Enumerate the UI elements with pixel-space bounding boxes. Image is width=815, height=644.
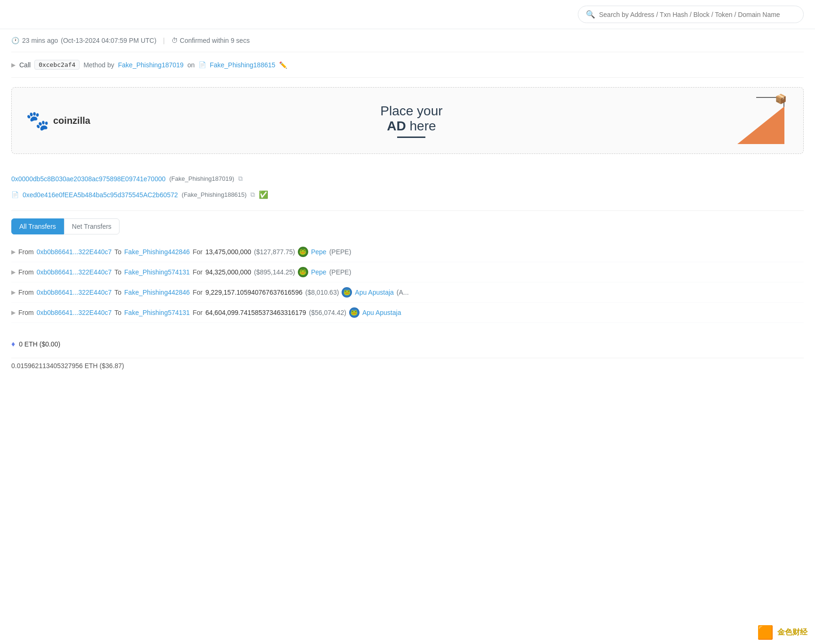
from-phishing-link[interactable]: Fake_Phishing187019 [118, 61, 184, 69]
coinzilla-mascot-icon: 🐾 [26, 110, 49, 132]
ad-place-text: Place your AD here [380, 104, 442, 134]
ad-right: 📦 [733, 97, 789, 144]
confirmed-text: Confirmed within 9 secs [180, 37, 250, 44]
method-by-text: Method by [83, 61, 114, 69]
transfer-from-4[interactable]: 0xb0b86641...322E440c7 [37, 309, 112, 316]
eth-icon: ♦ [11, 340, 15, 348]
on-text: on [187, 61, 195, 69]
ad-place-label: Place your [380, 104, 442, 118]
search-bar[interactable]: 🔍 [578, 6, 804, 23]
header: 🔍 [0, 0, 815, 29]
transfer-row: ▶ From 0xb0b86641...322E440c7 To Fake_Ph… [11, 282, 804, 303]
pepe-token-icon-1: 🐸 [298, 247, 308, 257]
from-address-label: (Fake_Phishing187019) [169, 175, 234, 182]
transfer-from-3[interactable]: 0xb0b86641...322E440c7 [37, 289, 112, 296]
transfer-to-1[interactable]: Fake_Phishing442846 [124, 248, 190, 256]
apu-token-link-1[interactable]: Apu Apustaja [355, 289, 394, 296]
separator: | [163, 37, 165, 44]
expand-arrow-icon[interactable]: ▶ [11, 62, 16, 68]
ad-here-label: here [410, 119, 436, 133]
eth-value-row: ♦ 0 ETH ($0.00) [11, 330, 804, 358]
timestamp-row: 🕐 23 mins ago (Oct-13-2024 04:07:59 PM U… [11, 29, 804, 52]
transfer-row: ▶ From 0xb0b86641...322E440c7 To Fake_Ph… [11, 303, 804, 323]
main-content: 🕐 23 mins ago (Oct-13-2024 04:07:59 PM U… [0, 29, 815, 373]
ad-center: Place your AD here [380, 104, 442, 138]
from-address-link[interactable]: 0x0000db5c8B030ae20308ac975898E09741e700… [11, 175, 166, 183]
to-address-label: (Fake_Phishing188615) [182, 191, 247, 198]
apu-token-link-2[interactable]: Apu Apustaja [362, 309, 401, 316]
transfers-section: All Transfers Net Transfers ▶ From 0xb0b… [11, 211, 804, 330]
search-icon: 🔍 [586, 10, 595, 19]
method-badge: 0xcebc2af4 [34, 60, 80, 70]
timer-icon: ⏱ [171, 37, 178, 44]
ad-underline [397, 137, 425, 138]
transfer-expand-icon[interactable]: ▶ [11, 289, 16, 296]
contract-icon: 📄 [11, 191, 19, 198]
tab-net-transfers[interactable]: Net Transfers [64, 218, 120, 234]
ad-triangle [737, 106, 784, 144]
transfer-to-4[interactable]: Fake_Phishing574131 [124, 309, 190, 316]
coinzilla-logo: 🐾 coinzilla [26, 110, 90, 132]
ad-ad-label: AD [387, 119, 406, 133]
ad-left: 🐾 coinzilla [26, 110, 90, 132]
ad-monster-icon: 📦 [775, 93, 787, 105]
second-eth-row: 0.015962113405327956 ETH ($36.87) [11, 358, 804, 373]
transfer-expand-icon[interactable]: ▶ [11, 309, 16, 316]
transfer-expand-icon[interactable]: ▶ [11, 269, 16, 275]
from-address-row: 0x0000db5c8B030ae20308ac975898E09741e700… [11, 171, 804, 186]
document-icon: 📄 [199, 61, 206, 68]
transfers-tabs: All Transfers Net Transfers [11, 218, 804, 234]
transfer-expand-icon[interactable]: ▶ [11, 249, 16, 255]
absolute-time: (Oct-13-2024 04:07:59 PM UTC) [61, 37, 156, 44]
transfer-row: ▶ From 0xb0b86641...322E440c7 To Fake_Ph… [11, 262, 804, 282]
call-row: ▶ Call 0xcebc2af4 Method by Fake_Phishin… [11, 52, 804, 78]
copy-to-address-icon[interactable]: ⧉ [250, 191, 255, 199]
search-input[interactable] [599, 11, 796, 18]
edit-icon[interactable]: ✏️ [279, 61, 287, 69]
pepe-token-link-2[interactable]: Pepe [311, 268, 327, 276]
coinzilla-text: coinzilla [53, 115, 90, 126]
call-label: Call [19, 61, 31, 69]
apu-token-icon-2: 🐸 [349, 307, 360, 318]
pepe-token-link-1[interactable]: Pepe [311, 248, 327, 256]
second-eth-value: 0.015962113405327956 ETH ($36.87) [11, 362, 124, 370]
transfer-to-2[interactable]: Fake_Phishing574131 [124, 268, 190, 276]
to-phishing-link[interactable]: Fake_Phishing188615 [210, 61, 275, 69]
transfer-to-3[interactable]: Fake_Phishing442846 [124, 289, 190, 296]
ad-banner[interactable]: 🐾 coinzilla Place your AD here 📦 [11, 87, 804, 154]
clock-icon: 🕐 [11, 37, 19, 44]
relative-time: 23 mins ago [22, 37, 58, 44]
to-address-row: 📄 0xed0e416e0fEEA5b484ba5c95d375545AC2b6… [11, 186, 804, 203]
confirmation-status: ⏱ Confirmed within 9 secs [171, 37, 250, 44]
verified-icon: ✅ [259, 190, 268, 199]
eth-value: 0 ETH ($0.00) [19, 340, 60, 348]
transfer-from-1[interactable]: 0xb0b86641...322E440c7 [37, 248, 112, 256]
transfer-row: ▶ From 0xb0b86641...322E440c7 To Fake_Ph… [11, 242, 804, 262]
copy-from-address-icon[interactable]: ⧉ [238, 175, 243, 183]
tab-all-transfers[interactable]: All Transfers [11, 218, 64, 234]
address-section: 0x0000db5c8B030ae20308ac975898E09741e700… [11, 163, 804, 211]
transfer-from-2[interactable]: 0xb0b86641...322E440c7 [37, 268, 112, 276]
apu-token-icon-1: 🐸 [342, 287, 352, 298]
pepe-token-icon-2: 🐸 [298, 267, 308, 277]
to-address-link[interactable]: 0xed0e416e0fEEA5b484ba5c95d375545AC2b605… [23, 191, 178, 199]
